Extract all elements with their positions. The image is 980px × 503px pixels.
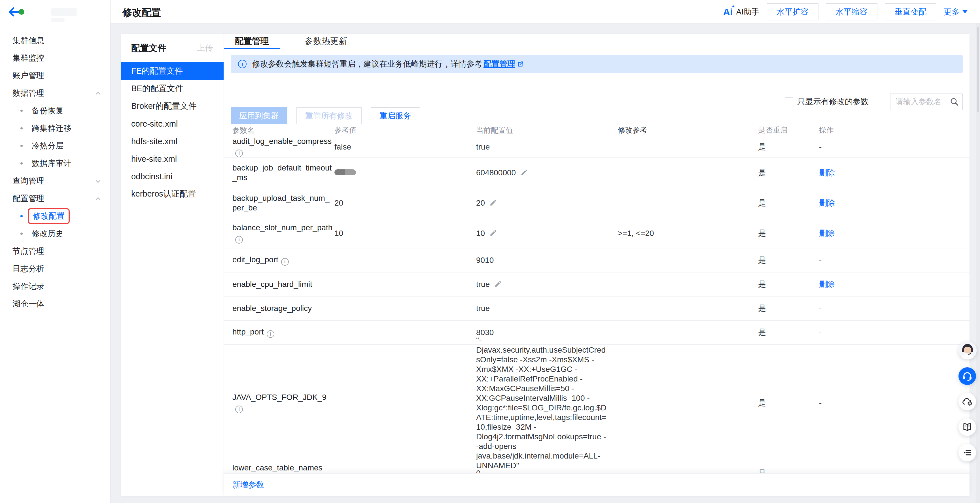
sidebar-item-湖仓一体[interactable]: 湖仓一体 (0, 295, 110, 313)
param-name: audit_log_enable_compress (232, 137, 332, 146)
sidebar-item-查询管理[interactable]: 查询管理 (0, 172, 110, 190)
sidebar-item-数据库审计[interactable]: 数据库审计 (0, 155, 110, 172)
scale-in-button[interactable]: 水平缩容 (826, 3, 877, 21)
delete-link[interactable]: 删除 (819, 198, 835, 207)
param-name: backup_job_default_timeout_ms (232, 163, 332, 182)
info-icon[interactable]: i (235, 406, 243, 413)
cluster-meta-redacted (51, 18, 65, 22)
chevron-down-icon (95, 178, 101, 184)
reference-value: false (334, 143, 351, 151)
scrollbar-thumb[interactable] (977, 27, 979, 112)
config-file-item[interactable]: FE的配置文件 (121, 62, 224, 80)
chevron-up-icon (95, 196, 101, 202)
floating-help-stack (958, 341, 977, 469)
config-file-item[interactable]: hive-site.xml (121, 150, 224, 168)
column-header: 参考值 (334, 125, 476, 135)
tab-配置管理[interactable]: 配置管理 (224, 34, 280, 49)
sidebar-item-label: 备份恢复 (32, 105, 64, 116)
sidebar-item-操作记录[interactable]: 操作记录 (0, 278, 110, 295)
add-parameter-link[interactable]: 新增参数 (232, 479, 264, 490)
current-value: 20 (476, 198, 485, 208)
modified-only-label: 只显示有修改的参数 (797, 96, 869, 107)
more-dropdown[interactable]: 更多 (944, 6, 967, 17)
sidebar-item-账户管理[interactable]: 账户管理 (0, 67, 110, 84)
config-file-item[interactable]: kerberos认证配置 (121, 185, 224, 203)
config-file-item[interactable]: odbcinst.ini (121, 168, 224, 185)
modify-reference: >=1, <=20 (618, 229, 654, 238)
restart-required: 是 (758, 304, 766, 313)
edit-icon[interactable] (494, 280, 502, 288)
sidebar-item-label: 日志分析 (13, 263, 44, 274)
table-row: backup_job_default_timeout_ms604800000 是… (224, 158, 969, 188)
restart-required: 是 (758, 398, 766, 407)
sidebar-item-配置管理[interactable]: 配置管理 (0, 190, 110, 207)
sidebar-item-集群信息[interactable]: 集群信息 (0, 32, 110, 49)
sidebar-item-label: 湖仓一体 (13, 298, 44, 309)
restart-required: 是 (758, 280, 766, 289)
tab-参数热更新[interactable]: 参数热更新 (294, 34, 358, 49)
page-title: 修改配置 (123, 6, 161, 19)
float-button-toc-icon[interactable] (958, 444, 976, 461)
upload-button[interactable]: 上传 (197, 43, 213, 54)
delete-link[interactable]: 删除 (819, 229, 835, 238)
sidebar-item-label: 集群监控 (13, 53, 44, 63)
config-doc-link[interactable]: 配置管理 (484, 59, 515, 70)
search-icon[interactable] (950, 97, 959, 106)
sidebar-item-修改历史[interactable]: 修改历史 (0, 225, 110, 243)
edit-icon[interactable] (490, 199, 497, 206)
config-file-item[interactable]: core-site.xml (121, 115, 224, 133)
config-file-item[interactable]: hdfs-site.xml (121, 133, 224, 150)
scale-out-button[interactable]: 水平扩容 (767, 3, 818, 21)
config-file-item[interactable]: Broker的配置文件 (121, 97, 224, 115)
restart-required: 是 (758, 198, 766, 207)
sidebar-item-label: 操作记录 (13, 281, 44, 292)
vertical-resize-button[interactable]: 垂直变配 (885, 3, 936, 21)
chevron-down-icon (963, 10, 967, 13)
annotation-highlight-box: 修改配置 (28, 208, 70, 224)
sidebar-item-集群监控[interactable]: 集群监控 (0, 49, 110, 67)
current-value: 604800000 (476, 168, 516, 178)
ai-assistant-button[interactable]: Ai✦ AI助手 (723, 6, 759, 17)
workspace: 配置文件 上传 FE的配置文件BE的配置文件Broker的配置文件core-si… (111, 24, 980, 503)
apply-to-cluster-button[interactable]: 应用到集群 (231, 107, 287, 124)
float-button-headset-icon[interactable] (958, 367, 976, 385)
edit-icon[interactable] (490, 229, 497, 237)
restart-warning-banner: i 修改参数会触发集群短暂重启，建议在业务低峰期进行，详情参考 配置管理 (231, 55, 963, 73)
edit-icon[interactable] (520, 168, 528, 176)
sidebar-item-冷热分层[interactable]: 冷热分层 (0, 137, 110, 155)
column-header: 参数名 (224, 125, 334, 135)
sidebar-item-修改配置[interactable]: 修改配置 (0, 207, 110, 225)
delete-link[interactable]: 删除 (819, 280, 835, 289)
reference-value: 20 (334, 198, 343, 207)
sidebar-item-数据管理[interactable]: 数据管理 (0, 84, 110, 102)
info-icon[interactable]: i (235, 236, 243, 244)
info-icon[interactable]: i (281, 258, 289, 266)
restart-required: 是 (758, 143, 766, 151)
float-button-book-icon[interactable] (958, 418, 976, 436)
table-footer: 新增参数 (224, 473, 969, 496)
restart-service-button[interactable]: 重启服务 (371, 107, 420, 124)
modified-only-checkbox[interactable] (785, 97, 793, 106)
ai-logo-icon: Ai✦ (723, 7, 733, 17)
config-content: 配置管理参数热更新 i 修改参数会触发集群短暂重启，建议在业务低峰期进行，详情参… (224, 34, 969, 496)
config-file-panel: 配置文件 上传 FE的配置文件BE的配置文件Broker的配置文件core-si… (121, 34, 224, 496)
sidebar-item-备份恢复[interactable]: 备份恢复 (0, 102, 110, 119)
float-button-support-avatar[interactable] (958, 341, 977, 359)
sidebar-item-跨集群迁移[interactable]: 跨集群迁移 (0, 119, 110, 137)
sidebar-item-节点管理[interactable]: 节点管理 (0, 243, 110, 260)
table-header: 参数名参考值当前配置值修改参考是否重启操作 (224, 124, 969, 136)
info-icon[interactable]: i (235, 149, 243, 157)
sidebar-item-label: 数据库审计 (32, 158, 72, 169)
tab-bar: 配置管理参数热更新 (224, 34, 969, 49)
reset-all-changes-button[interactable]: 重置所有修改 (296, 107, 362, 124)
param-name: JAVA_OPTS_FOR_JDK_9 (232, 393, 326, 401)
float-button-cloud-alert-icon[interactable] (958, 393, 976, 410)
param-name: http_port (232, 327, 264, 336)
page-scrollbar[interactable] (976, 24, 980, 503)
config-file-item[interactable]: BE的配置文件 (121, 80, 224, 97)
sidebar-item-label: 账户管理 (13, 70, 44, 81)
info-icon[interactable]: i (267, 330, 274, 338)
restart-required: 是 (758, 229, 766, 238)
delete-link[interactable]: 删除 (819, 168, 835, 177)
sidebar-item-日志分析[interactable]: 日志分析 (0, 260, 110, 278)
